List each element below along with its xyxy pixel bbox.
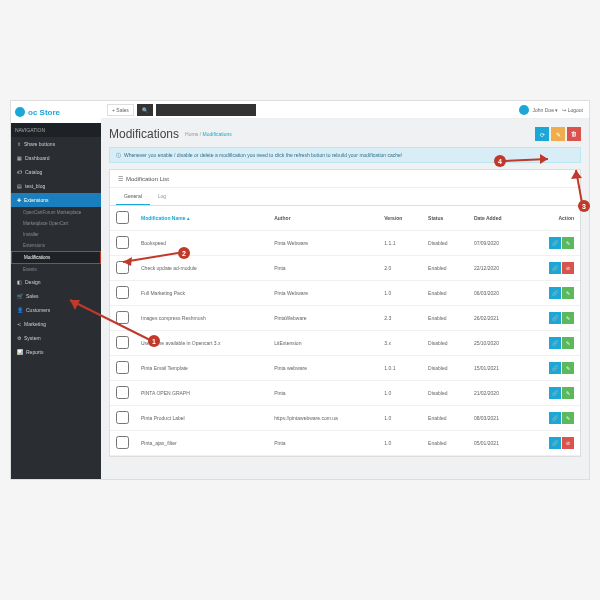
blog-icon: ▤ <box>17 183 22 189</box>
toggle-button[interactable]: ✎ <box>562 312 574 324</box>
col-version[interactable]: Version <box>378 206 422 231</box>
list-icon: ☰ <box>118 175 123 182</box>
toggle-button[interactable]: ✎ <box>562 287 574 299</box>
nav-label: Customers <box>26 307 50 313</box>
cell-date: 15/01/2021 <box>468 356 526 381</box>
toggle-button[interactable]: ⊘ <box>562 262 574 274</box>
link-button[interactable]: 🔗 <box>549 312 561 324</box>
cell-date: 25/10/2020 <box>468 331 526 356</box>
avatar[interactable] <box>519 105 529 115</box>
cell-date: 05/01/2021 <box>468 431 526 456</box>
toggle-button[interactable]: ✎ <box>562 387 574 399</box>
toggle-button[interactable]: ✎ <box>562 237 574 249</box>
cell-version: 1.0.1 <box>378 356 422 381</box>
col-author[interactable]: Author <box>268 206 378 231</box>
arrow-3 <box>570 165 590 205</box>
nav-test-blog[interactable]: ▤test_blog <box>11 179 101 193</box>
cell-date: 22/12/2020 <box>468 256 526 281</box>
nav-label: test_blog <box>25 183 45 189</box>
marker-4: 4 <box>494 155 506 167</box>
search-input[interactable] <box>156 104 256 116</box>
link-button[interactable]: 🔗 <box>549 287 561 299</box>
cell-version: 1.0 <box>378 431 422 456</box>
breadcrumb: Home / Modifications <box>185 131 232 137</box>
nav-sub-installer[interactable]: Installer <box>11 229 101 240</box>
cell-version: 2.3 <box>378 306 422 331</box>
toggle-button[interactable]: ✎ <box>562 362 574 374</box>
table-row: Images compress Reshmush PintaWebware 2.… <box>110 306 580 331</box>
nav-sub-marketplace2[interactable]: Marketplace OpenCart <box>11 218 101 229</box>
cell-author: Pinta <box>268 381 378 406</box>
panel-header: ☰Modification List <box>110 170 580 188</box>
nav-design[interactable]: ◧Design <box>11 275 101 289</box>
nav-sub-extensions[interactable]: Extensions <box>11 240 101 251</box>
table-row: Pinta_ajax_filter Pinta 1.0 Enabled 05/0… <box>110 431 580 456</box>
col-name[interactable]: Modification Name ▴ <box>135 206 268 231</box>
eraser-icon: ✎ <box>556 131 561 138</box>
cell-status: Disabled <box>422 356 468 381</box>
nav-label: System <box>24 335 41 341</box>
search-button[interactable]: 🔍 <box>137 104 153 116</box>
gear-icon: ⚙ <box>17 335 21 341</box>
link-button[interactable]: 🔗 <box>549 237 561 249</box>
toggle-button[interactable]: ✎ <box>562 412 574 424</box>
link-button[interactable]: 🔗 <box>549 337 561 349</box>
refresh-button[interactable]: ⟳ <box>535 127 549 141</box>
row-checkbox[interactable] <box>116 361 129 374</box>
nav-catalog[interactable]: 🏷Catalog <box>11 165 101 179</box>
nav-extensions[interactable]: ✚Extensions <box>11 193 101 207</box>
breadcrumb-home[interactable]: Home <box>185 131 198 137</box>
row-checkbox[interactable] <box>116 436 129 449</box>
chart-icon: 📊 <box>17 349 23 355</box>
svg-marker-7 <box>540 154 548 164</box>
trash-icon: 🗑 <box>571 131 577 137</box>
nav-dashboard[interactable]: ▦Dashboard <box>11 151 101 165</box>
table-row: Pinta Email Template Pinta webware 1.0.1… <box>110 356 580 381</box>
nav-share-buttons[interactable]: ⇪Share buttons <box>11 137 101 151</box>
content: Modifications Home / Modifications ⟳ ✎ 🗑… <box>101 119 589 479</box>
row-checkbox[interactable] <box>116 411 129 424</box>
cell-status: Enabled <box>422 406 468 431</box>
svg-line-0 <box>70 300 150 340</box>
delete-button[interactable]: 🗑 <box>567 127 581 141</box>
sales-button[interactable]: + Sales <box>107 104 134 116</box>
nav-sub-marketplace[interactable]: OpenCartForum Marketplace <box>11 207 101 218</box>
nav-label: Dashboard <box>25 155 49 161</box>
toggle-button[interactable]: ✎ <box>562 337 574 349</box>
row-checkbox[interactable] <box>116 236 129 249</box>
cell-date: 26/02/2021 <box>468 306 526 331</box>
logout-button[interactable]: ↪ Logout <box>562 107 583 113</box>
link-button[interactable]: 🔗 <box>549 412 561 424</box>
cart-icon: 🛒 <box>17 293 23 299</box>
select-all-checkbox[interactable] <box>116 211 129 224</box>
share-icon: ≺ <box>17 321 21 327</box>
refresh-icon: ⟳ <box>540 131 545 138</box>
nav-header: NAVIGATION <box>11 123 101 137</box>
tab-log[interactable]: Log <box>150 188 174 205</box>
col-date[interactable]: Date Added <box>468 206 526 231</box>
tag-icon: 🏷 <box>17 169 22 175</box>
link-button[interactable]: 🔗 <box>549 362 561 374</box>
table-row: Username available in Opencart 3.x LitEx… <box>110 331 580 356</box>
cell-author: https://pintawebware.com.ua <box>268 406 378 431</box>
clear-button[interactable]: ✎ <box>551 127 565 141</box>
breadcrumb-current[interactable]: Modifications <box>203 131 232 137</box>
tab-general[interactable]: General <box>116 188 150 205</box>
cell-status: Disabled <box>422 381 468 406</box>
cell-date: 08/03/2021 <box>468 406 526 431</box>
link-button[interactable]: 🔗 <box>549 387 561 399</box>
toggle-button[interactable]: ⊘ <box>562 437 574 449</box>
link-button[interactable]: 🔗 <box>549 262 561 274</box>
nav-sub-modifications[interactable]: Modifications <box>11 251 101 264</box>
user-menu[interactable]: John Doe ▾ <box>533 107 559 113</box>
cell-version: 2.0 <box>378 256 422 281</box>
row-checkbox[interactable] <box>116 386 129 399</box>
logo: oc Store <box>11 101 101 123</box>
link-button[interactable]: 🔗 <box>549 437 561 449</box>
cell-version: 3.x <box>378 331 422 356</box>
cell-date: 21/02/2020 <box>468 381 526 406</box>
col-status[interactable]: Status <box>422 206 468 231</box>
nav-sub-events[interactable]: Events <box>11 264 101 275</box>
cell-date: 07/09/2020 <box>468 231 526 256</box>
nav-label: Sales <box>26 293 39 299</box>
